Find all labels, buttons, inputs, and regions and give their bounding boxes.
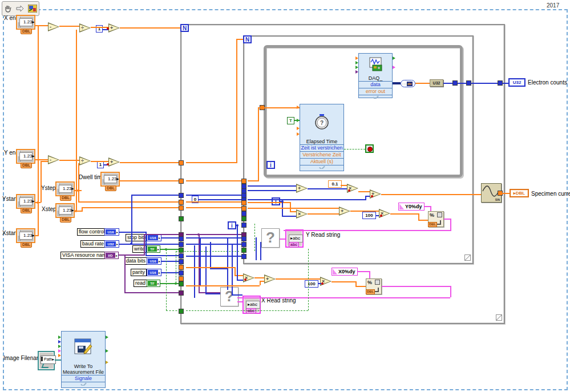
coercion-dot (371, 195, 373, 197)
writer-collapse-chevron[interactable] (62, 382, 105, 386)
daq-assistant-vi[interactable]: DAQ_ data error out (358, 53, 393, 98)
add-node[interactable]: + (108, 157, 120, 167)
wire (131, 195, 132, 244)
divide-node[interactable]: ÷ (79, 23, 91, 33)
baud-rate-terminal[interactable]: U32▸ (104, 240, 119, 248)
missing-subvi-node[interactable]: ? (261, 228, 280, 248)
y-end-control[interactable]: 1.23▸ (16, 149, 35, 164)
daq-title: DAQ_ (359, 75, 392, 81)
wire (186, 234, 243, 235)
daq-data-row[interactable]: data (359, 81, 392, 88)
write-to-measurement-file-vi[interactable]: Write To Measurement File Signale (61, 331, 106, 388)
wire (294, 120, 300, 121)
coercion-dot (107, 27, 109, 30)
wire (59, 160, 79, 161)
missing-subvi-node[interactable]: ? (220, 287, 238, 306)
xstep-type-tag: DBL (60, 217, 71, 223)
loop-stop-condition-terminal[interactable] (365, 144, 374, 153)
elapsed-row-elapsed[interactable]: Zeit ist verstrichen (300, 144, 343, 151)
inner-loop-count-terminal[interactable]: N (243, 35, 252, 43)
specimen-current-indicator[interactable]: ▸DBL (510, 189, 529, 197)
daq-collapse-chevron[interactable] (359, 95, 392, 99)
wire (120, 27, 180, 29)
multiply-node[interactable]: × (296, 209, 308, 219)
add-node[interactable]: + (296, 184, 308, 193)
data-bits-terminal[interactable]: U16▸ (147, 257, 161, 265)
wire (308, 249, 309, 310)
outer-loop-resize-handle[interactable] (496, 314, 502, 321)
tunnel (179, 309, 184, 314)
inner-loop-resize-handle[interactable] (464, 254, 471, 261)
one-constant[interactable]: 1 (96, 25, 103, 33)
pan-hand-icon[interactable] (4, 5, 12, 13)
wire (119, 232, 145, 233)
parity-terminal[interactable]: U16▸ (147, 269, 161, 276)
x-format-string-constant[interactable]: X0%dy (332, 268, 358, 276)
x-end-control[interactable]: 1.23▸ (16, 15, 35, 30)
subtract-node[interactable]: - (48, 155, 59, 164)
format-into-string-node[interactable]: % DBL (428, 211, 444, 227)
wire (119, 254, 144, 256)
wire (450, 286, 451, 297)
xstep-control[interactable]: 1.23▸ (55, 203, 75, 218)
flow-control-terminal[interactable]: U16▸ (104, 228, 119, 236)
tunnel (179, 276, 184, 281)
y-format-string-constant[interactable]: Y0%dy (398, 203, 425, 211)
hundred-constant[interactable]: 100 (362, 212, 376, 219)
outer-loop-iteration-terminal[interactable]: i (228, 221, 236, 229)
daq-error-out-row[interactable]: error out (359, 88, 392, 95)
elapsed-row-time[interactable]: Verstrichene Zeit (300, 151, 343, 158)
wire (186, 201, 243, 203)
wire (254, 277, 264, 278)
wire (260, 281, 264, 282)
hundred-constant[interactable]: 100 (305, 280, 318, 288)
tunnel (179, 253, 184, 258)
wire (350, 211, 379, 212)
wire (258, 107, 259, 181)
read-terminal[interactable]: TF▸ (147, 280, 160, 287)
write-terminal[interactable]: TF▸ (147, 245, 160, 253)
wire (237, 225, 238, 280)
xstart-control[interactable]: 1.23▸ (16, 228, 35, 243)
subtract-node[interactable]: - (48, 22, 59, 31)
to-u32-conversion-node[interactable]: U32 (430, 79, 443, 87)
tunnel (241, 216, 246, 221)
vi-edit-icon[interactable] (28, 5, 37, 13)
wire (248, 202, 290, 203)
wire (76, 30, 77, 211)
electron-counts-indicator[interactable]: U32 (508, 78, 525, 87)
toolbar (2, 1, 39, 16)
wire (145, 255, 179, 256)
point-one-constant[interactable]: 0.1 (328, 180, 342, 188)
elapsed-collapse-chevron[interactable] (300, 165, 343, 169)
add-node[interactable]: + (339, 207, 350, 216)
wire (38, 26, 39, 236)
coercion-dot (321, 282, 324, 285)
outer-loop-count-terminal[interactable]: N (180, 24, 189, 32)
convert-from-dynamic-data-node[interactable]: :::dbl (401, 80, 415, 87)
true-constant[interactable]: T (287, 117, 294, 124)
ystep-control[interactable]: 1.23▸ (55, 181, 75, 196)
divide-node[interactable]: ÷ (79, 156, 91, 165)
dwell-time-control[interactable]: 1.23▸ (100, 172, 120, 187)
elapsed-time-vi[interactable]: ? Elapsed Time Zeit ist verstrichen Vers… (300, 104, 344, 171)
format-into-string-node[interactable]: % DBL (366, 278, 382, 294)
tunnel (179, 193, 184, 198)
ystart-control[interactable]: 1.23▸ (16, 194, 35, 209)
elapsed-row-present[interactable]: Aktuell (s) (300, 158, 343, 165)
y-read-string-indicator[interactable]: ▸abc abc (285, 229, 304, 248)
while-loop-iteration-terminal[interactable]: i (266, 161, 275, 169)
position-arrow-icon[interactable] (16, 5, 24, 12)
coercion-dot (380, 215, 382, 217)
wire (41, 161, 48, 162)
writer-signals-row[interactable]: Signale (62, 375, 105, 382)
wire-junction (175, 282, 177, 285)
visa-resource-name-terminal[interactable]: I/O▸ (104, 252, 119, 259)
multiply-node[interactable]: × (243, 273, 254, 282)
tunnel (179, 160, 184, 165)
add-node[interactable]: + (108, 23, 120, 33)
wire (365, 196, 370, 197)
wire (260, 242, 261, 260)
image-filename-path-control[interactable]: Path▸ (38, 351, 55, 370)
add-node[interactable]: + (264, 274, 276, 284)
